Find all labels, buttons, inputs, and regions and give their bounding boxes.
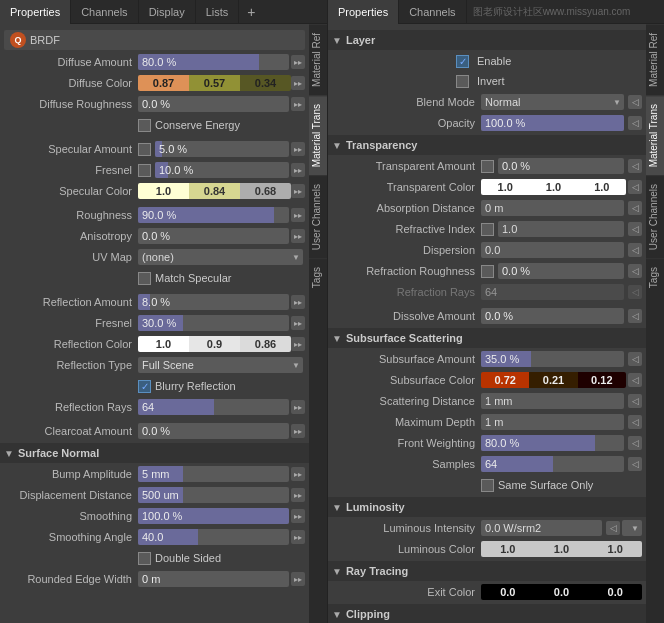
luminous-g-swatch[interactable]: 1.0: [535, 541, 589, 557]
clearcoat-amount-dots[interactable]: ▸▸: [291, 424, 305, 438]
smoothing-slider[interactable]: 100.0 %: [138, 508, 289, 524]
front-weighting-speaker[interactable]: ◁: [628, 436, 642, 450]
subsurface-b-swatch[interactable]: 0.12: [578, 372, 626, 388]
luminous-intensity-speaker[interactable]: ◁: [606, 521, 620, 535]
subsurface-amount-slider[interactable]: 35.0 %: [481, 351, 624, 367]
refraction-roughness-slider[interactable]: 0.0 %: [498, 263, 624, 279]
transparent-color-speaker[interactable]: ◁: [628, 180, 642, 194]
tab-channels-left[interactable]: Channels: [71, 0, 138, 24]
refractive-index-cb[interactable]: [481, 223, 494, 236]
specular-color-swatch[interactable]: 1.0 0.84 0.68: [138, 183, 291, 199]
samples-speaker[interactable]: ◁: [628, 457, 642, 471]
transparent-amount-slider[interactable]: 0.0 %: [498, 158, 624, 174]
reflection-color-dots[interactable]: ▸▸: [291, 337, 305, 351]
transparent-b-swatch[interactable]: 1.0: [578, 179, 626, 195]
maximum-depth-value[interactable]: 1 m: [481, 414, 624, 430]
right-side-tab-material-ref[interactable]: Material Ref: [646, 24, 664, 95]
diffuse-b-swatch[interactable]: 0.34: [240, 75, 291, 91]
diffuse-color-swatch[interactable]: 0.87 0.57 0.34: [138, 75, 291, 91]
conserve-energy-cb[interactable]: [138, 119, 151, 132]
reflection-rays-slider[interactable]: 64: [138, 399, 289, 415]
add-tab-left[interactable]: +: [239, 4, 263, 20]
reflection-b-swatch[interactable]: 0.86: [240, 336, 291, 352]
reflection-amount-slider[interactable]: 8.0 %: [138, 294, 289, 310]
left-side-tab-material-ref[interactable]: Material Ref: [309, 24, 327, 95]
smoothing-angle-dots[interactable]: ▸▸: [291, 530, 305, 544]
dispersion-speaker[interactable]: ◁: [628, 243, 642, 257]
reflection-fresnel-dots[interactable]: ▸▸: [291, 316, 305, 330]
specular-g-swatch[interactable]: 0.84: [189, 183, 240, 199]
opacity-slider[interactable]: 100.0 %: [481, 115, 624, 131]
anisotropy-dots[interactable]: ▸▸: [291, 229, 305, 243]
diffuse-amount-dots[interactable]: ▸▸: [291, 55, 305, 69]
tab-display-left[interactable]: Display: [139, 0, 196, 24]
right-side-tab-tags[interactable]: Tags: [646, 258, 664, 296]
scattering-distance-value[interactable]: 1 mm: [481, 393, 624, 409]
bump-amplitude-dots[interactable]: ▸▸: [291, 467, 305, 481]
subsurface-amount-speaker[interactable]: ◁: [628, 352, 642, 366]
left-side-tab-material-trans[interactable]: Material Trans: [309, 95, 327, 175]
invert-cb[interactable]: [456, 75, 469, 88]
tab-channels-right[interactable]: Channels: [399, 0, 466, 24]
fresnel-slider[interactable]: 10.0 %: [155, 162, 289, 178]
reflection-r-swatch[interactable]: 1.0: [138, 336, 189, 352]
refractive-index-speaker[interactable]: ◁: [628, 222, 642, 236]
subsurface-g-swatch[interactable]: 0.21: [529, 372, 577, 388]
specular-b-swatch[interactable]: 0.68: [240, 183, 291, 199]
front-weighting-slider[interactable]: 80.0 %: [481, 435, 624, 451]
roughness-slider[interactable]: 90.0 %: [138, 207, 289, 223]
transparent-r-swatch[interactable]: 1.0: [481, 179, 529, 195]
bump-amplitude-slider[interactable]: 5 mm: [138, 466, 289, 482]
diffuse-color-dots[interactable]: ▸▸: [291, 76, 305, 90]
subsurface-color-speaker[interactable]: ◁: [628, 373, 642, 387]
diffuse-r-swatch[interactable]: 0.87: [138, 75, 189, 91]
luminous-b-swatch[interactable]: 1.0: [588, 541, 642, 557]
displacement-distance-dots[interactable]: ▸▸: [291, 488, 305, 502]
blurry-reflection-cb[interactable]: [138, 380, 151, 393]
reflection-type-dropdown[interactable]: Full Scene: [138, 357, 303, 373]
clearcoat-amount-slider[interactable]: 0.0 %: [138, 423, 289, 439]
specular-amount-dots[interactable]: ▸▸: [291, 142, 305, 156]
opacity-speaker[interactable]: ◁: [628, 116, 642, 130]
left-side-tab-tags[interactable]: Tags: [309, 258, 327, 296]
exit-color-swatch[interactable]: 0.0 0.0 0.0: [481, 584, 642, 600]
reflection-color-swatch[interactable]: 1.0 0.9 0.86: [138, 336, 291, 352]
tab-properties-right[interactable]: Properties: [328, 0, 399, 24]
exit-b-swatch[interactable]: 0.0: [588, 584, 642, 600]
rounded-edge-width-slider[interactable]: 0 m: [138, 571, 289, 587]
fresnel-dots[interactable]: ▸▸: [291, 163, 305, 177]
exit-r-swatch[interactable]: 0.0: [481, 584, 535, 600]
dissolve-amount-slider[interactable]: 0.0 %: [481, 308, 624, 324]
subsurface-r-swatch[interactable]: 0.72: [481, 372, 529, 388]
specular-amount-cb[interactable]: [138, 143, 151, 156]
left-side-tab-user-channels[interactable]: User Channels: [309, 175, 327, 258]
samples-slider[interactable]: 64: [481, 456, 624, 472]
transparent-amount-cb[interactable]: [481, 160, 494, 173]
exit-g-swatch[interactable]: 0.0: [535, 584, 589, 600]
absorption-distance-value[interactable]: 0 m: [481, 200, 624, 216]
diffuse-g-swatch[interactable]: 0.57: [189, 75, 240, 91]
subsurface-color-swatch[interactable]: 0.72 0.21 0.12: [481, 372, 626, 388]
specular-amount-slider[interactable]: 5.0 %: [155, 141, 289, 157]
specular-r-swatch[interactable]: 1.0: [138, 183, 189, 199]
smoothing-angle-slider[interactable]: 40.0: [138, 529, 289, 545]
right-side-tab-user-channels[interactable]: User Channels: [646, 175, 664, 258]
dispersion-value[interactable]: 0.0: [481, 242, 624, 258]
luminous-intensity-unit[interactable]: [622, 520, 642, 536]
absorption-distance-speaker[interactable]: ◁: [628, 201, 642, 215]
reflection-g-swatch[interactable]: 0.9: [189, 336, 240, 352]
smoothing-dots[interactable]: ▸▸: [291, 509, 305, 523]
luminous-color-swatch[interactable]: 1.0 1.0 1.0: [481, 541, 642, 557]
scattering-distance-speaker[interactable]: ◁: [628, 394, 642, 408]
right-side-tab-material-trans[interactable]: Material Trans: [646, 95, 664, 175]
reflection-rays-dots[interactable]: ▸▸: [291, 400, 305, 414]
anisotropy-slider[interactable]: 0.0 %: [138, 228, 289, 244]
uv-map-dropdown[interactable]: (none): [138, 249, 303, 265]
displacement-distance-slider[interactable]: 500 um: [138, 487, 289, 503]
reflection-fresnel-slider[interactable]: 30.0 %: [138, 315, 289, 331]
luminous-r-swatch[interactable]: 1.0: [481, 541, 535, 557]
specular-color-dots[interactable]: ▸▸: [291, 184, 305, 198]
refraction-roughness-speaker[interactable]: ◁: [628, 264, 642, 278]
refraction-roughness-cb[interactable]: [481, 265, 494, 278]
luminous-intensity-value[interactable]: 0.0 W/srm2: [481, 520, 602, 536]
